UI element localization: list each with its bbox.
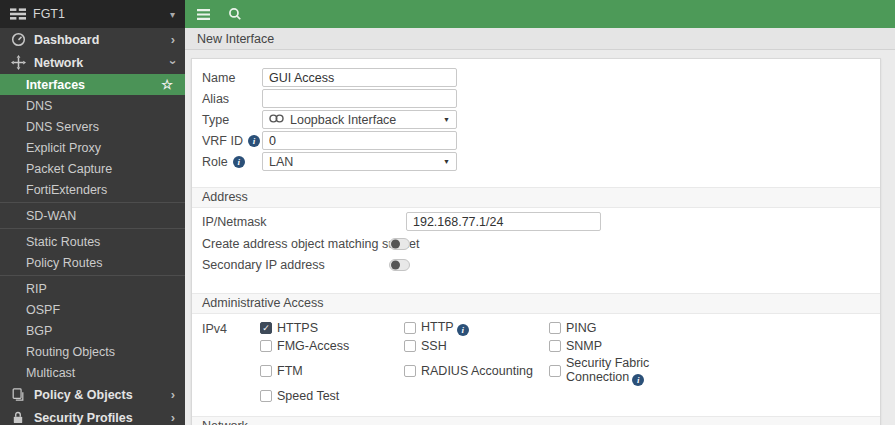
info-icon[interactable]: i <box>233 156 245 168</box>
sidebar-item-static-routes[interactable]: Static Routes <box>0 231 185 252</box>
create-address-object-toggle[interactable] <box>389 238 410 250</box>
ip-netmask-label: IP/Netmask <box>202 215 406 229</box>
fmg-access-checkbox[interactable] <box>260 340 272 352</box>
favorite-star-icon[interactable]: ☆ <box>161 77 173 92</box>
loopback-icon <box>269 113 284 127</box>
option-label: SNMP <box>566 339 602 353</box>
alias-label: Alias <box>202 92 262 106</box>
admin-access-option-security-fabric-connection: Security Fabric Connectioni <box>549 356 689 386</box>
sidebar-item-label: Routing Objects <box>26 345 115 359</box>
ipv4-label: IPv4 <box>192 320 260 404</box>
https-checkbox[interactable]: ✓ <box>260 322 272 334</box>
lock-icon <box>10 410 26 425</box>
sidebar-nav: Dashboard›Network›Interfaces☆DNSDNS Serv… <box>0 28 185 425</box>
chevron-right-icon: › <box>171 388 175 401</box>
info-icon[interactable]: i <box>632 374 644 386</box>
sidebar-item-label: OSPF <box>26 303 60 317</box>
sidebar-item-fortiextenders[interactable]: FortiExtenders <box>0 179 185 200</box>
device-selector[interactable]: FGT1 ▾ <box>0 0 185 28</box>
sidebar-item-ospf[interactable]: OSPF <box>0 299 185 320</box>
sidebar-item-policy-objects[interactable]: Policy & Objects› <box>0 383 185 406</box>
sidebar-item-policy-routes[interactable]: Policy Routes <box>0 252 185 273</box>
type-select[interactable]: Loopback Interface ▼ <box>262 110 457 129</box>
app-root: FGT1 ▾ Dashboard›Network›Interfaces☆DNSD… <box>0 0 895 425</box>
address-block: IP/Netmask Create address object matchin… <box>192 208 880 283</box>
caret-down-icon: ▼ <box>443 116 450 123</box>
topbar <box>185 0 895 28</box>
name-row: Name <box>192 68 880 87</box>
info-icon[interactable]: i <box>248 135 260 147</box>
search-icon[interactable] <box>227 6 243 22</box>
admin-access-section-header: Administrative Access <box>192 293 880 314</box>
admin-access-option-speed-test: Speed Test <box>260 388 404 404</box>
admin-access-option-http: HTTPi <box>404 320 549 336</box>
chevron-right-icon: › <box>171 411 175 424</box>
http-checkbox[interactable] <box>404 322 416 334</box>
sidebar-item-packet-capture[interactable]: Packet Capture <box>0 158 185 179</box>
sidebar-item-label: BGP <box>26 324 52 338</box>
role-select[interactable]: LAN ▼ <box>262 152 457 171</box>
network-section-header: Network <box>192 416 880 425</box>
speed-test-checkbox[interactable] <box>260 390 272 402</box>
sidebar-item-bgp[interactable]: BGP <box>0 320 185 341</box>
admin-access-option-ftm: FTM <box>260 356 404 386</box>
name-label: Name <box>202 71 262 85</box>
radius-accounting-checkbox[interactable] <box>404 365 416 377</box>
option-label: SSH <box>421 339 447 353</box>
content-area: Name Alias Type <box>185 50 895 425</box>
sidebar: FGT1 ▾ Dashboard›Network›Interfaces☆DNSD… <box>0 0 185 425</box>
sidebar-item-label: Static Routes <box>26 235 100 249</box>
vrf-id-label: VRF ID i <box>202 134 262 148</box>
option-label: RADIUS Accounting <box>421 364 533 378</box>
sidebar-item-dns[interactable]: DNS <box>0 95 185 116</box>
alias-input[interactable] <box>262 89 457 108</box>
vrf-id-input[interactable] <box>262 131 457 150</box>
sidebar-item-label: Security Profiles <box>34 411 133 425</box>
sidebar-item-interfaces[interactable]: Interfaces☆ <box>0 74 185 95</box>
sidebar-item-explicit-proxy[interactable]: Explicit Proxy <box>0 137 185 158</box>
sidebar-item-sd-wan[interactable]: SD-WAN <box>0 205 185 226</box>
chevron-right-icon: › <box>171 33 175 46</box>
sidebar-item-rip[interactable]: RIP <box>0 278 185 299</box>
name-input[interactable] <box>262 68 457 87</box>
secondary-ip-toggle[interactable] <box>389 259 410 271</box>
ip-netmask-row: IP/Netmask <box>192 212 880 231</box>
checkmark-icon: ✓ <box>262 324 270 333</box>
option-label: HTTPi <box>421 320 469 336</box>
ip-netmask-input[interactable] <box>406 212 601 231</box>
sidebar-item-multicast[interactable]: Multicast <box>0 362 185 383</box>
ssh-checkbox[interactable] <box>404 340 416 352</box>
option-label: FMG-Access <box>277 339 349 353</box>
info-icon[interactable]: i <box>457 324 469 336</box>
admin-access-option-fmg-access: FMG-Access <box>260 338 404 354</box>
sidebar-divider <box>0 275 185 276</box>
snmp-checkbox[interactable] <box>549 340 561 352</box>
option-label: Security Fabric Connectioni <box>566 356 689 386</box>
page-title: New Interface <box>185 28 895 50</box>
sidebar-item-network[interactable]: Network› <box>0 51 185 74</box>
sidebar-item-security-profiles[interactable]: Security Profiles› <box>0 406 185 425</box>
admin-access-option-ssh: SSH <box>404 338 549 354</box>
ping-checkbox[interactable] <box>549 322 561 334</box>
admin-access-option-https: ✓HTTPS <box>260 320 404 336</box>
sidebar-item-dns-servers[interactable]: DNS Servers <box>0 116 185 137</box>
fortinet-logo-icon <box>10 6 26 22</box>
page-title-text: New Interface <box>197 32 274 46</box>
option-label: HTTPS <box>277 321 318 335</box>
role-label: Role i <box>202 155 262 169</box>
sidebar-divider <box>0 228 185 229</box>
admin-access-option-radius-accounting: RADIUS Accounting <box>404 356 549 386</box>
move-icon <box>10 55 26 71</box>
gauge-icon <box>10 32 26 48</box>
ftm-checkbox[interactable] <box>260 365 272 377</box>
sidebar-item-label: Policy Routes <box>26 256 102 270</box>
security-fabric-connection-checkbox[interactable] <box>549 365 561 377</box>
sidebar-divider <box>0 202 185 203</box>
alias-row: Alias <box>192 89 880 108</box>
hamburger-menu-icon[interactable] <box>195 6 211 22</box>
sidebar-item-routing-objects[interactable]: Routing Objects <box>0 341 185 362</box>
sidebar-item-label: Multicast <box>26 366 75 380</box>
device-name: FGT1 <box>33 7 65 21</box>
sidebar-item-dashboard[interactable]: Dashboard› <box>0 28 185 51</box>
role-row: Role i LAN ▼ <box>192 152 880 171</box>
